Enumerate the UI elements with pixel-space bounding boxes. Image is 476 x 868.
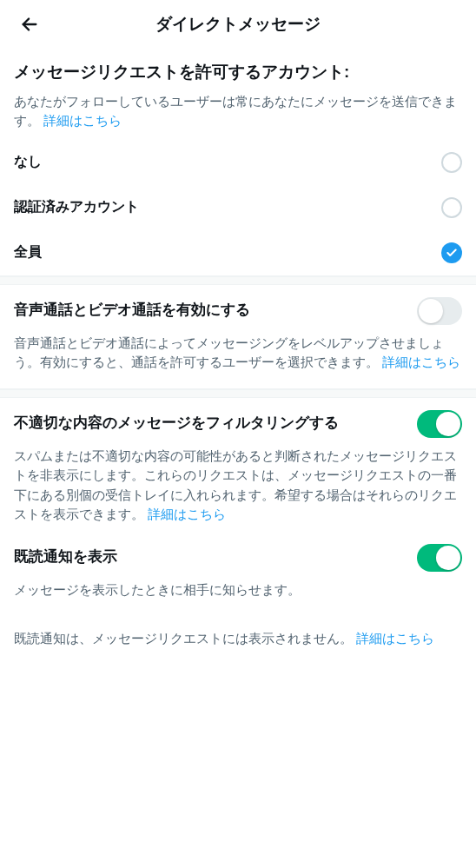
radio-option-verified[interactable]: 認証済みアカウント (0, 185, 476, 230)
allow-requests-title: メッセージリクエストを許可するアカウント: (14, 61, 462, 83)
read-receipts-toggle[interactable] (417, 544, 462, 572)
allow-requests-desc: あなたがフォローしているユーザーは常にあなたにメッセージを送信できます。 詳細は… (14, 92, 462, 131)
radio-icon (441, 152, 462, 173)
calls-desc: 音声通話とビデオ通話によってメッセージングをレベルアップさせましょう。有効にする… (14, 334, 462, 373)
calls-toggle[interactable] (417, 297, 462, 325)
read-receipts-title: 既読通知を表示 (14, 547, 117, 567)
arrow-left-icon (20, 15, 39, 34)
section-divider (0, 389, 476, 398)
filter-title: 不適切な内容のメッセージをフィルタリングする (14, 414, 339, 434)
read-receipts-learn-more-link[interactable]: 詳細はこちら (356, 631, 434, 646)
page-title: ダイレクトメッセージ (45, 13, 431, 36)
radio-label: なし (14, 153, 42, 171)
radio-option-everyone[interactable]: 全員 (0, 230, 476, 275)
toggle-knob (419, 299, 443, 323)
read-receipts-note: 既読通知は、メッセージリクエストには表示されません。 詳細はこちら (0, 629, 476, 649)
filter-toggle[interactable] (417, 410, 462, 438)
radio-icon-selected (441, 242, 462, 263)
filter-learn-more-link[interactable]: 詳細はこちら (148, 507, 226, 521)
read-receipts-desc: メッセージを表示したときに相手に知らせます。 (14, 580, 462, 600)
allow-requests-learn-more-link[interactable]: 詳細はこちら (43, 113, 122, 128)
section-divider (0, 276, 476, 285)
toggle-knob (436, 412, 460, 436)
radio-label: 認証済みアカウント (14, 198, 139, 216)
radio-icon (441, 197, 462, 218)
filter-desc: スパムまたは不適切な内容の可能性があると判断されたメッセージリクエストを非表示に… (14, 447, 462, 525)
calls-learn-more-link[interactable]: 詳細はこちら (382, 354, 460, 369)
calls-title: 音声通話とビデオ通話を有効にする (14, 301, 250, 321)
radio-option-none[interactable]: なし (0, 140, 476, 185)
radio-label: 全員 (14, 243, 42, 262)
back-button[interactable] (14, 9, 45, 40)
toggle-knob (436, 546, 460, 570)
